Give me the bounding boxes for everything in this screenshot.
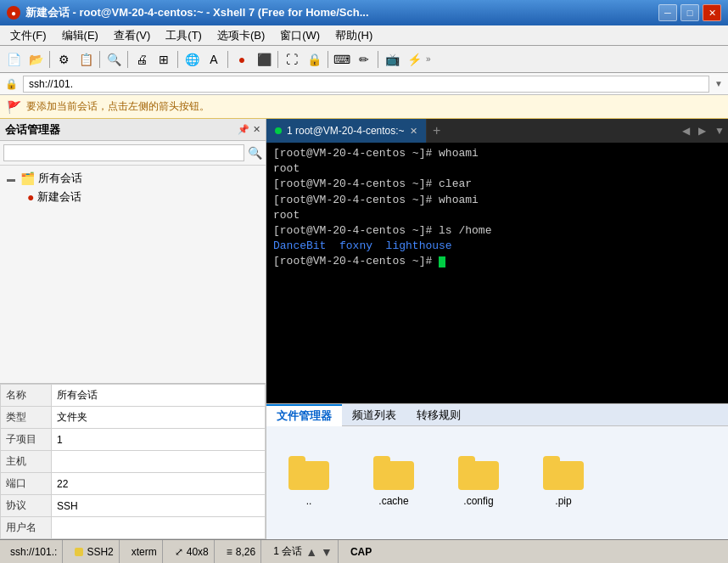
tab-nav-next[interactable]: ▶ xyxy=(695,125,709,137)
fm-item-config[interactable]: .config xyxy=(453,456,504,507)
extra-button[interactable]: ⚡ xyxy=(404,49,424,70)
tab-nav-menu[interactable]: ▼ xyxy=(711,125,728,137)
term-line-1: [root@VM-20-4-centos ~]# whoami xyxy=(273,146,721,161)
props-row-4: 端口22 xyxy=(1,473,266,495)
fm-tab-channels[interactable]: 频道列表 xyxy=(342,405,406,425)
fm-item-label-cache: .cache xyxy=(378,495,408,507)
props-row-6: 用户名 xyxy=(1,517,266,539)
terminal-output[interactable]: [root@VM-20-4-centos ~]# whoami root [ro… xyxy=(266,143,728,403)
term-line-6: [root@VM-20-4-centos ~]# ls /home xyxy=(273,223,721,239)
props-key-0: 名称 xyxy=(1,385,52,407)
title-bar: ● 新建会话 - root@VM-20-4-centos:~ - Xshell … xyxy=(0,0,728,25)
props-row-1: 类型文件夹 xyxy=(1,407,266,429)
props-key-1: 类型 xyxy=(1,407,52,429)
address-dropdown-arrow[interactable]: ▼ xyxy=(714,79,723,88)
grid-button[interactable]: ⊞ xyxy=(154,49,174,70)
file-manager: 文件管理器 频道列表 转移规则 .. .cache xyxy=(266,403,728,539)
toolbar-separator-6 xyxy=(277,51,278,68)
tree-root-item[interactable]: ▬ 🗂️ 所有会话 xyxy=(3,169,262,188)
term-line-2: root xyxy=(273,161,721,177)
status-sessions: 1 会话 ▲ ▼ xyxy=(268,540,339,563)
minimize-button[interactable]: ─ xyxy=(658,4,677,21)
status-bar: ssh://101.: SSH2 xterm ⤢ 40x8 ≡ 8,26 1 会… xyxy=(0,539,728,563)
tab-nav-prev[interactable]: ◀ xyxy=(679,125,693,137)
menu-tabs[interactable]: 选项卡(B) xyxy=(210,26,272,45)
toolbar-overflow[interactable]: » xyxy=(426,54,431,64)
address-input[interactable] xyxy=(23,76,709,93)
sidebar-close-button[interactable]: ✕ xyxy=(253,124,260,135)
sidebar-header: 会话管理器 📌 ✕ xyxy=(0,119,266,141)
new-button[interactable]: 📄 xyxy=(3,49,24,70)
fm-tab-files[interactable]: 文件管理器 xyxy=(266,404,342,426)
cmd-button[interactable]: ⬛ xyxy=(254,49,274,70)
props-key-2: 子项目 xyxy=(1,429,52,451)
status-term-text: xterm xyxy=(132,546,157,558)
fm-item-pip[interactable]: .pip xyxy=(538,456,589,507)
info-bar: 🚩 要添加当前会话，点击左侧的箭头按钮。 xyxy=(0,95,728,119)
toolbar-separator-8 xyxy=(378,51,378,68)
terminal-button[interactable]: 📺 xyxy=(382,49,402,70)
fm-folder-body-cache xyxy=(373,461,414,490)
tree-child-container: ● 新建会话 xyxy=(24,188,262,206)
session-search-input[interactable] xyxy=(3,144,244,161)
toolbar-separator-2 xyxy=(99,51,100,68)
properties-table: 名称所有会话类型文件夹子项目1主机端口22协议SSH用户名 xyxy=(0,384,266,539)
term-line-3: [root@VM-20-4-centos ~]# clear xyxy=(273,177,721,192)
props-row-5: 协议SSH xyxy=(1,495,266,517)
status-down-arrow[interactable]: ▼ xyxy=(321,545,333,559)
tree-expand-icon[interactable]: ▬ xyxy=(7,174,17,183)
menu-window[interactable]: 窗口(W) xyxy=(273,26,327,45)
font-button[interactable]: A xyxy=(204,49,224,70)
menu-file[interactable]: 文件(F) xyxy=(3,26,53,45)
window-controls[interactable]: ─ □ ✕ xyxy=(658,4,721,21)
props-key-6: 用户名 xyxy=(1,517,52,539)
main-content: 会话管理器 📌 ✕ 🔍 ▬ 🗂️ 所有会话 ● 新建会话 xyxy=(0,119,728,539)
fm-item-parent[interactable]: .. xyxy=(283,456,334,507)
print-button[interactable]: 🖨 xyxy=(132,49,152,70)
status-up-arrow[interactable]: ▲ xyxy=(305,545,317,559)
sidebar-search-bar: 🔍 xyxy=(0,141,266,166)
search-button[interactable]: 🔍 xyxy=(104,49,124,70)
props-key-5: 协议 xyxy=(1,495,52,517)
fm-tab-transfer[interactable]: 转移规则 xyxy=(406,405,471,425)
terminal-tab-1[interactable]: 1 root@VM-20-4-centos:~ ✕ xyxy=(266,119,427,143)
copy-button[interactable]: 📋 xyxy=(76,49,96,70)
address-bar: 🔒 ▼ xyxy=(0,73,728,95)
keyboard-button[interactable]: ⌨ xyxy=(332,49,352,70)
xshell-button[interactable]: ● xyxy=(232,49,252,70)
tab-status-dot xyxy=(275,127,282,134)
tab-close-button[interactable]: ✕ xyxy=(410,126,417,137)
props-value-3 xyxy=(52,451,266,473)
tab-add-button[interactable]: + xyxy=(427,121,447,141)
tree-child-item[interactable]: ● 新建会话 xyxy=(24,188,262,206)
lock-button[interactable]: 🔒 xyxy=(304,49,324,70)
fm-folder-icon-config xyxy=(458,456,499,490)
globe-button[interactable]: 🌐 xyxy=(182,49,202,70)
session-search-icon[interactable]: 🔍 xyxy=(248,146,262,160)
tree-child-icon: ● xyxy=(27,190,34,204)
fm-folder-body-config xyxy=(458,461,499,490)
fm-item-cache[interactable]: .cache xyxy=(368,456,419,507)
fullscreen-button[interactable]: ⛶ xyxy=(282,49,302,70)
more-button[interactable]: ✏ xyxy=(354,49,374,70)
open-button[interactable]: 📂 xyxy=(25,49,46,70)
menu-tools[interactable]: 工具(T) xyxy=(159,26,209,45)
status-protocol-text: SSH2 xyxy=(87,546,113,558)
status-ssh: ssh://101.: xyxy=(5,540,63,563)
settings-button[interactable]: ⚙ xyxy=(53,49,74,70)
tab-label: 1 root@VM-20-4-centos:~ xyxy=(287,125,405,137)
menu-edit[interactable]: 编辑(E) xyxy=(55,26,105,45)
toolbar-separator-7 xyxy=(328,51,328,68)
props-row-3: 主机 xyxy=(1,451,266,473)
sidebar-pin-button[interactable]: 📌 xyxy=(238,124,249,135)
status-term: xterm xyxy=(126,540,163,563)
tree-folder-icon: 🗂️ xyxy=(20,172,35,185)
menu-help[interactable]: 帮助(H) xyxy=(328,26,379,45)
close-button[interactable]: ✕ xyxy=(703,4,721,21)
menu-view[interactable]: 查看(V) xyxy=(107,26,157,45)
session-manager-sidebar: 会话管理器 📌 ✕ 🔍 ▬ 🗂️ 所有会话 ● 新建会话 xyxy=(0,119,266,539)
window-title: 新建会话 - root@VM-20-4-centos:~ - Xshell 7 … xyxy=(25,5,369,20)
maximize-button[interactable]: □ xyxy=(680,4,699,21)
properties-panel: 名称所有会话类型文件夹子项目1主机端口22协议SSH用户名 xyxy=(0,383,266,539)
props-value-5: SSH xyxy=(52,495,266,517)
